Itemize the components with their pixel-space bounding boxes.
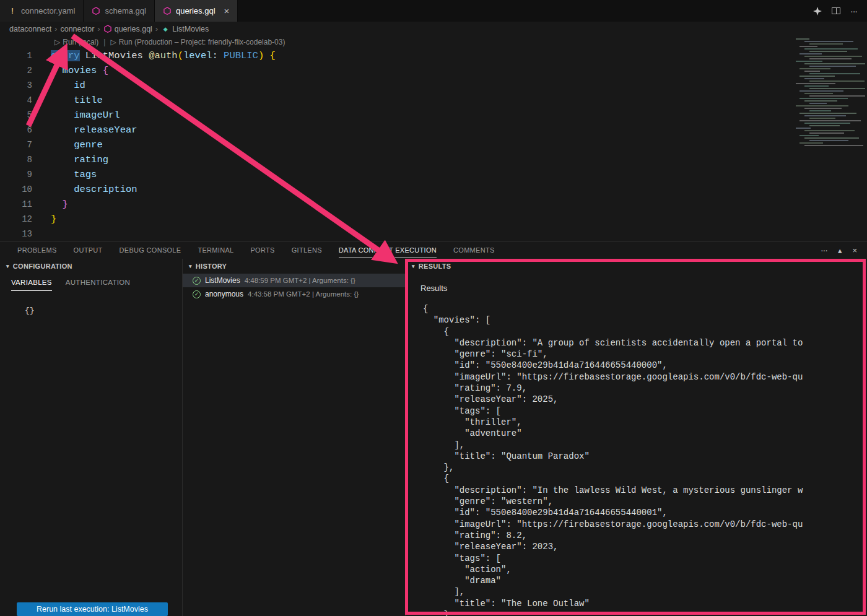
results-json-line: } [423,609,867,616]
breadcrumb-item-queries-gql[interactable]: queries.gql [103,25,152,33]
results-pane: ▾ RESULTS Results { "movies": [ { "descr… [406,259,867,616]
breadcrumb-item-connector[interactable]: connector [60,25,94,33]
breadcrumb-separator-icon: › [54,24,57,33]
code-line: 12} [0,212,867,227]
results-json: { "movies": [ { "description": "A group … [423,303,867,616]
copilot-sparkle-icon[interactable] [813,7,822,15]
results-json-line: "genre": "western", [423,496,867,507]
breadcrumb-item-dataconnect[interactable]: dataconnect [9,25,51,33]
results-json-line: "adventure" [423,428,867,439]
panel-actions: ··· ▴ × [821,245,867,255]
history-item-listmovies[interactable]: ✓ListMovies4:48:59 PM GMT+2 | Arguments:… [183,274,405,287]
code-line: 9 tags [0,167,867,182]
history-item-anonymous[interactable]: ✓anonymous4:43:58 PM GMT+2 | Arguments: … [183,287,405,301]
code-text: rating [51,152,108,167]
results-json-line: "id": "550e8400e29b41d4a716446655440000"… [423,360,867,371]
code-text: movies { [51,63,108,78]
code-line: 1query ListMovies @auth(level: PUBLIC) { [0,48,867,63]
code-editor[interactable]: ▷ Run (local) | ▷ Run (Production – Proj… [0,36,867,241]
panel-tab-problems[interactable]: PROBLEMS [17,242,57,258]
tab-queries-gql[interactable]: queries.gql× [155,0,238,22]
breadcrumb-separator-icon: › [97,24,100,33]
breadcrumb-label: ListMovies [172,25,209,33]
variables-value[interactable]: {} [25,306,182,315]
code-line: 6 releaseYear [0,123,867,137]
tab-connector-yaml[interactable]: !connector.yaml [0,0,84,22]
line-number: 2 [0,63,32,78]
breadcrumb-item-listmovies[interactable]: ◆ListMovies [161,25,209,33]
results-json-line: "title": "Quantum Paradox" [423,451,867,462]
panel-tab-gitlens[interactable]: GITLENS [292,242,322,258]
code-text: imageUrl [51,108,120,123]
line-number: 5 [0,108,32,123]
results-header[interactable]: ▾ RESULTS [406,259,867,274]
more-actions-icon[interactable]: ··· [850,6,857,16]
configuration-header[interactable]: ▾ CONFIGURATION [0,259,182,274]
results-json-line: "imageUrl": "https://firebasestorage.goo… [423,519,867,530]
code-text: } [51,212,56,227]
panel-tab-terminal[interactable]: TERMINAL [198,242,233,258]
results-json-line: "thriller", [423,417,867,428]
line-number: 9 [0,167,32,182]
split-editor-icon[interactable] [832,7,840,14]
results-json-line: { [423,303,867,315]
results-json-line: "drama" [423,575,867,586]
check-circle-icon: ✓ [193,277,201,285]
line-number: 11 [0,197,32,212]
configuration-pane: ▾ CONFIGURATION VARIABLESAUTHENTICATION … [0,259,183,616]
code-line: 8 rating [0,152,867,167]
results-json-line: "id": "550e8400e29b41d4a716446655440001"… [423,507,867,518]
panel-tab-comments[interactable]: COMMENTS [453,242,495,258]
code-text: title [51,93,103,108]
results-json-line: "imageUrl": "https://firebasestorage.goo… [423,371,867,383]
panel-tab-data-connect-execution[interactable]: DATA CONNECT EXECUTION [339,242,437,258]
results-json-line: "releaseYear": 2025, [423,394,867,405]
line-number: 12 [0,212,32,227]
results-json-line: ], [423,586,867,597]
results-json-line: "rating": 8.2, [423,530,867,541]
check-circle-icon: ✓ [193,290,201,298]
run-local-link[interactable]: ▷ Run (local) [54,38,98,46]
results-json-line: { [423,473,867,484]
results-json-line: "releaseYear": 2023, [423,541,867,552]
close-icon[interactable]: × [224,6,230,15]
codelens: ▷ Run (local) | ▷ Run (Production – Proj… [0,36,867,48]
results-json-line: "description": "In the lawless Wild West… [423,485,867,496]
rerun-button[interactable]: Rerun last execution: ListMovies [17,602,168,616]
results-json-line: "rating": 7.9, [423,383,867,394]
history-item-meta: 4:48:59 PM GMT+2 | Arguments: {} [245,277,355,284]
run-production-link[interactable]: ▷ Run (Production – Project: friendly-fl… [110,38,285,46]
panel-maximize-icon[interactable]: ▴ [838,246,842,255]
results-json-line: "action", [423,564,867,575]
panel-close-icon[interactable]: × [852,246,857,255]
minimap[interactable] [795,37,865,154]
config-tab-variables[interactable]: VARIABLES [11,279,52,291]
panel-tab-output[interactable]: OUTPUT [74,242,103,258]
code-text: genre [51,137,103,152]
code-line: 10 description [0,182,867,197]
results-json-line: "tags": [ [423,553,867,564]
results-json-line: }, [423,462,867,473]
code-text: } [51,197,68,212]
config-tab-authentication[interactable]: AUTHENTICATION [66,279,130,291]
panel-tabs: PROBLEMSOUTPUTDEBUG CONSOLETERMINALPORTS… [0,242,495,258]
panel-tab-ports[interactable]: PORTS [250,242,274,258]
line-number: 8 [0,152,32,167]
results-json-line: { [423,326,867,337]
panel-more-actions-icon[interactable]: ··· [821,245,827,255]
panel-tab-debug-console[interactable]: DEBUG CONSOLE [120,242,181,258]
history-header[interactable]: ▾ HISTORY [183,259,405,274]
code-line: 4 title [0,93,867,108]
code-line: 11 } [0,197,867,212]
tab-label: connector.yaml [21,6,75,15]
line-number: 4 [0,93,32,108]
line-number: 13 [0,227,32,241]
history-title: HISTORY [196,262,227,270]
tab-schema-gql[interactable]: schema.gql [84,0,154,22]
line-number: 7 [0,137,32,152]
code-line: 7 genre [0,137,867,152]
results-json-line: "tags": [ [423,406,867,417]
codelens-divider: | [103,38,105,46]
code-line: 2 movies { [0,63,867,78]
breadcrumb-separator-icon: › [155,24,158,33]
